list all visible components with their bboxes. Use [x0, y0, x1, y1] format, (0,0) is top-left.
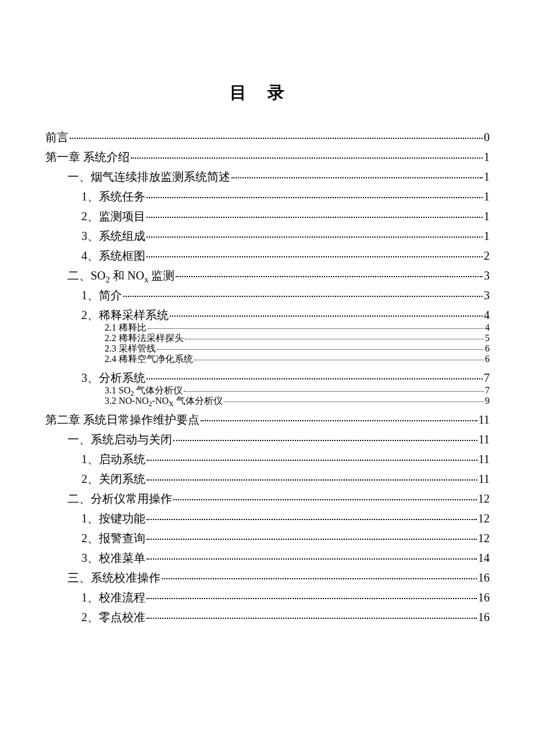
toc-leader-dots: [147, 479, 477, 481]
toc-leader-dots: [176, 276, 483, 277]
toc-leader-dots: [131, 157, 483, 159]
toc-entry-page: 16: [478, 611, 490, 623]
toc-entry: 二、SO2 和 NOx 监测3: [67, 270, 490, 281]
toc-entry: 2.4 稀释空气净化系统6: [105, 354, 490, 364]
toc-entry: 3.2 NO-NO2-NOX 气体分析仪9: [105, 396, 490, 406]
toc-entry: 3.1 SO2 气体分析仪7: [105, 386, 490, 395]
toc-entry-page: 1: [484, 151, 490, 163]
toc-entry: 前言0: [45, 131, 490, 143]
toc-entry-label: 1、按键功能: [81, 513, 145, 524]
toc-entry: 一、系统启动与关闭11: [67, 433, 490, 445]
toc-leader-dots: [147, 197, 483, 198]
toc-entry: 第二章 系统日常操作维护要点11: [45, 414, 490, 425]
toc-entry-page: 2: [484, 250, 490, 261]
toc-leader-dots: [147, 519, 477, 520]
toc-entry-label: 1、简介: [81, 289, 122, 301]
toc-entry-label: 2、监测项目: [81, 210, 145, 222]
toc-entry-page: 7: [484, 372, 490, 384]
toc-entry-page: 11: [479, 433, 490, 445]
toc-entry-page: 12: [478, 493, 490, 504]
toc-leader-dots: [231, 177, 483, 178]
toc-leader-dots: [173, 440, 477, 441]
toc-entry-label: 三、系统校准操作: [67, 572, 160, 583]
toc-entry-label: 2、关闭系统: [81, 473, 145, 485]
toc-entry-page: 16: [478, 572, 490, 583]
toc-leader-dots: [173, 499, 477, 500]
toc-leader-dots: [184, 391, 484, 392]
toc-entry: 2、稀释采样系统4: [81, 309, 490, 321]
toc-entry-label: 2、稀释采样系统: [81, 309, 169, 321]
toc-leader-dots: [147, 460, 477, 461]
toc-entry-label: 3、系统组成: [81, 230, 145, 242]
toc-entry: 4、系统框图2: [81, 250, 490, 261]
toc-entry-label: 3、校准菜单: [81, 552, 145, 564]
toc-entry-label: 3.2 NO-NO2-NOX 气体分析仪: [105, 396, 223, 406]
toc-leader-dots: [147, 237, 483, 238]
toc-entry-page: 1: [484, 191, 490, 202]
toc-entry: 1、校准流程16: [81, 592, 490, 603]
toc-entry-page: 6: [485, 344, 490, 353]
toc-entry-page: 11: [479, 473, 490, 485]
toc-entry: 一、烟气连续排放监测系统简述1: [67, 171, 490, 182]
toc-entry-label: 第二章 系统日常操作维护要点: [45, 414, 199, 425]
toc-entry-label: 3、分析系统: [81, 372, 145, 384]
toc-entry-label: 4、系统框图: [81, 250, 145, 261]
toc-leader-dots: [147, 598, 477, 599]
toc-entry-label: 第一章 系统介绍: [45, 151, 130, 163]
toc-entry: 1、系统任务1: [81, 191, 490, 202]
toc-leader-dots: [148, 328, 484, 329]
toc-entry: 1、启动系统11: [81, 453, 490, 465]
toc-entry: 1、按键功能12: [81, 513, 490, 524]
toc-entry-label: 二、SO2 和 NOx 监测: [67, 270, 174, 281]
toc-leader-dots: [147, 618, 477, 619]
toc-entry: 第一章 系统介绍1: [45, 151, 490, 163]
toc-entry-label: 2.1 稀释比: [105, 323, 147, 332]
toc-entry-label: 2.2 稀释法采样探头: [105, 334, 184, 343]
toc-entry-page: 11: [479, 414, 490, 425]
toc-entry-page: 3: [484, 270, 490, 281]
toc-entry-label: 2.4 稀释空气净化系统: [105, 354, 193, 364]
toc-entry: 2、监测项目1: [81, 210, 490, 222]
toc-leader-dots: [170, 316, 483, 317]
toc-leader-dots: [185, 339, 484, 339]
toc-leader-dots: [162, 578, 477, 579]
toc-entry: 2、报警查询12: [81, 532, 490, 544]
toc-leader-dots: [224, 402, 484, 402]
toc-leader-dots: [194, 360, 484, 360]
toc-leader-dots: [147, 256, 483, 257]
toc-entry: 三、系统校准操作16: [67, 572, 490, 583]
toc-leader-dots: [147, 217, 483, 218]
toc-entry-page: 7: [485, 386, 490, 395]
toc-entry: 2.2 稀释法采样探头5: [105, 334, 490, 343]
toc-entry-page: 12: [478, 532, 490, 544]
toc-entry: 2、零点校准16: [81, 611, 490, 623]
toc-entry-label: 2、零点校准: [81, 611, 145, 623]
toc-leader-dots: [157, 349, 484, 350]
toc-leader-dots: [123, 296, 483, 297]
toc-leader-dots: [147, 378, 483, 379]
toc-list: 前言0第一章 系统介绍1一、烟气连续排放监测系统简述11、系统任务12、监测项目…: [45, 131, 490, 623]
toc-entry-label: 3.1 SO2 气体分析仪: [105, 386, 183, 395]
toc-entry-page: 16: [478, 592, 490, 603]
toc-entry-label: 一、烟气连续排放监测系统简述: [67, 171, 230, 182]
toc-entry-label: 1、启动系统: [81, 453, 145, 465]
toc-entry: 3、校准菜单14: [81, 552, 490, 564]
toc-entry-page: 9: [485, 396, 490, 406]
toc-entry: 2.1 稀释比4: [105, 323, 490, 332]
toc-entry: 2.3 采样管线6: [105, 344, 490, 353]
toc-entry-label: 前言: [45, 131, 69, 143]
toc-entry: 1、简介3: [81, 289, 490, 301]
toc-entry-page: 0: [484, 131, 490, 143]
toc-entry-label: 2.3 采样管线: [105, 344, 156, 353]
toc-entry-label: 1、系统任务: [81, 191, 145, 202]
toc-entry-page: 6: [485, 354, 490, 364]
toc-entry-label: 一、系统启动与关闭: [67, 433, 172, 445]
toc-entry: 二、分析仪常用操作12: [67, 493, 490, 504]
toc-leader-dots: [147, 558, 477, 560]
toc-entry: 3、系统组成1: [81, 230, 490, 242]
toc-entry-page: 1: [484, 230, 490, 242]
toc-entry-page: 1: [484, 171, 490, 182]
toc-leader-dots: [147, 539, 477, 540]
toc-entry-page: 3: [484, 289, 490, 301]
toc-entry-label: 二、分析仪常用操作: [67, 493, 172, 504]
